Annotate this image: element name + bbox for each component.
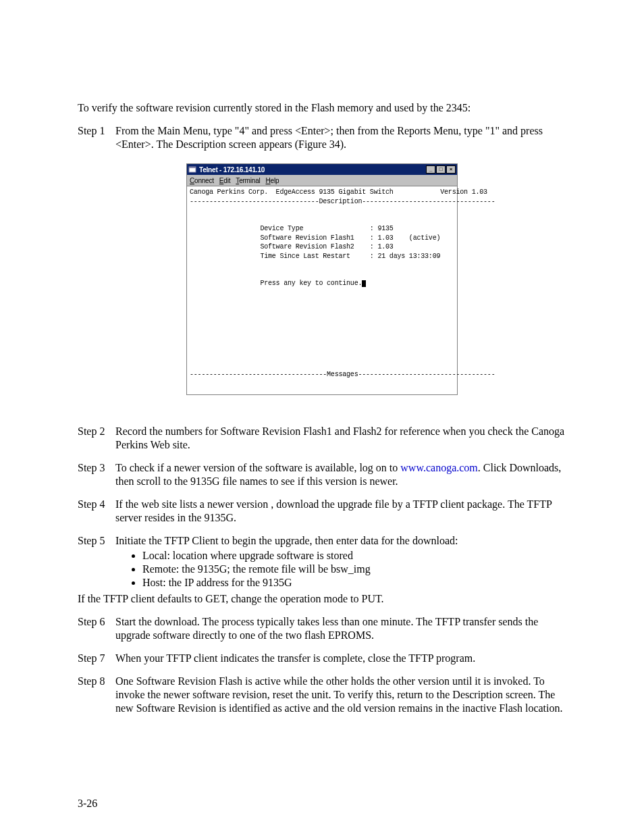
menu-edit[interactable]: Edit — [219, 177, 230, 184]
title-bar[interactable]: Telnet - 172.16.141.10 _ □ × — [187, 164, 457, 175]
step-text: When your TFTP client indicates the tran… — [115, 652, 566, 665]
text-pre: To check if a newer version of the softw… — [115, 462, 400, 473]
step-label: Step 3 — [78, 461, 115, 488]
menu-bar: Connect Edit Terminal Help — [187, 175, 457, 186]
menu-connect[interactable]: Connect — [190, 177, 214, 184]
list-item: Remote: the 9135G; the remote file will … — [142, 563, 566, 576]
step-label: Step 4 — [78, 498, 115, 525]
step-body: When your TFTP client indicates the tran… — [115, 652, 566, 665]
menu-terminal[interactable]: Terminal — [236, 177, 260, 184]
terminal-cursor — [362, 280, 366, 287]
window-buttons: _ □ × — [426, 165, 456, 174]
step-text: Start the download. The process typicall… — [115, 615, 566, 642]
step-label: Step 6 — [78, 615, 115, 642]
step-text: Initiate the TFTP Client to begin the up… — [115, 534, 566, 548]
step-6: Step 6 Start the download. The process t… — [78, 615, 566, 642]
window-title: Telnet - 172.16.141.10 — [199, 166, 426, 174]
step-8: Step 8 One Software Revision Flash is ac… — [78, 675, 566, 715]
terminal-area[interactable]: Canoga Perkins Corp. EdgeAccess 9135 Gig… — [187, 186, 457, 394]
menu-help[interactable]: Help — [266, 177, 279, 184]
step-label: Step 8 — [78, 675, 115, 715]
step-body: If the web site lists a newer version , … — [115, 498, 566, 525]
svg-rect-2 — [189, 167, 196, 168]
step-5: Step 5 Initiate the TFTP Client to begin… — [78, 534, 566, 591]
step-label: Step 2 — [78, 425, 115, 452]
step-body: To check if a newer version of the softw… — [115, 461, 566, 488]
close-button[interactable]: × — [446, 165, 456, 174]
step-1: Step 1 From the Main Menu, type "4" and … — [78, 124, 566, 151]
step-body: Record the numbers for Software Revision… — [115, 425, 566, 452]
step-label: Step 7 — [78, 652, 115, 665]
telnet-app-icon — [188, 165, 196, 174]
figure-34: Telnet - 172.16.141.10 _ □ × Connect Edi… — [78, 163, 566, 395]
step-body: Initiate the TFTP Client to begin the up… — [115, 534, 566, 591]
step-text: To check if a newer version of the softw… — [115, 461, 566, 488]
step-3: Step 3 To check if a newer version of th… — [78, 461, 566, 488]
maximize-button[interactable]: □ — [436, 165, 446, 174]
step-4: Step 4 If the web site lists a newer ver… — [78, 498, 566, 525]
step-5-after: If the TFTP client defaults to GET, chan… — [78, 592, 566, 606]
step-label: Step 1 — [78, 124, 115, 151]
intro-text: To verify the software revision currentl… — [78, 101, 566, 115]
step-text: One Software Revision Flash is active wh… — [115, 675, 566, 715]
step-body: One Software Revision Flash is active wh… — [115, 675, 566, 715]
list-item: Local: location where upgrade software i… — [142, 549, 566, 563]
step-label: Step 5 — [78, 534, 115, 591]
step-2: Step 2 Record the numbers for Software R… — [78, 425, 566, 452]
page-number: 3-26 — [78, 798, 97, 810]
list-item: Host: the IP address for the 9135G — [142, 576, 566, 590]
step-body: Start the download. The process typicall… — [115, 615, 566, 642]
step-text: From the Main Menu, type "4" and press <… — [115, 124, 566, 151]
step-text: If the web site lists a newer version , … — [115, 498, 566, 525]
telnet-window: Telnet - 172.16.141.10 _ □ × Connect Edi… — [186, 163, 458, 395]
page: To verify the software revision currentl… — [0, 0, 644, 834]
step-5-bullets: Local: location where upgrade software i… — [115, 549, 566, 590]
minimize-button[interactable]: _ — [426, 165, 435, 174]
step-text: Record the numbers for Software Revision… — [115, 425, 566, 452]
canoga-link[interactable]: www.canoga.com — [400, 462, 477, 473]
step-7: Step 7 When your TFTP client indicates t… — [78, 652, 566, 665]
step-body: From the Main Menu, type "4" and press <… — [115, 124, 566, 151]
